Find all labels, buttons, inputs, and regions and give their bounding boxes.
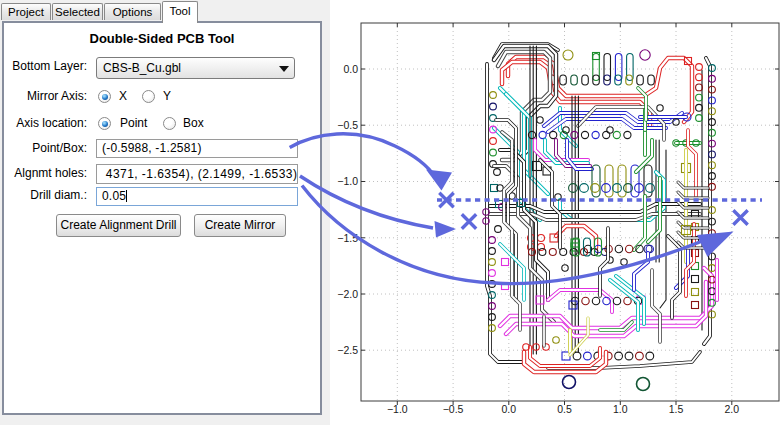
svg-text:−0.5: −0.5 [337, 119, 358, 131]
svg-text:−1.5: −1.5 [337, 232, 358, 244]
svg-text:1.0: 1.0 [613, 403, 628, 415]
svg-text:0.0: 0.0 [501, 403, 516, 415]
svg-text:−1.0: −1.0 [387, 403, 408, 415]
svg-text:0.5: 0.5 [557, 403, 572, 415]
svg-text:−1.0: −1.0 [337, 175, 358, 187]
svg-text:0.0: 0.0 [343, 63, 358, 75]
svg-text:2.0: 2.0 [724, 403, 739, 415]
svg-text:−0.5: −0.5 [443, 403, 464, 415]
svg-text:1.5: 1.5 [669, 403, 684, 415]
svg-text:−2.5: −2.5 [337, 344, 358, 356]
svg-text:−2.0: −2.0 [337, 288, 358, 300]
